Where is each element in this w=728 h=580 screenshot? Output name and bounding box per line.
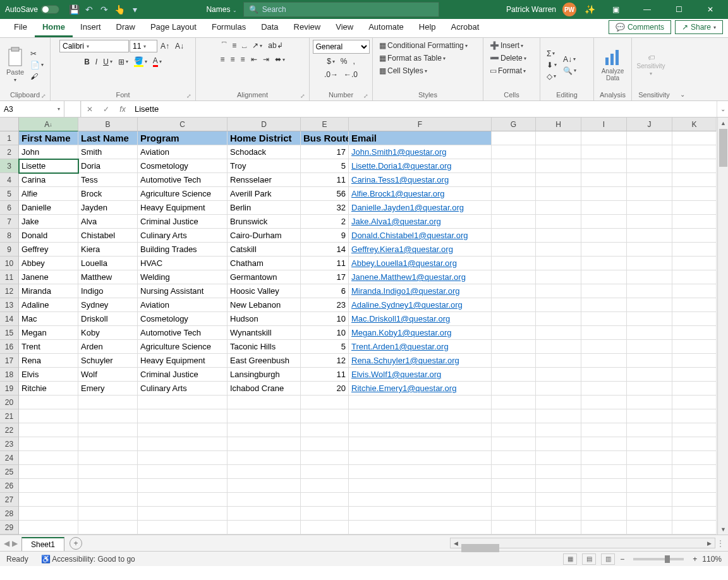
cell[interactable]: Chistabel — [78, 229, 138, 243]
vertical-scrollbar[interactable]: ▲ ▼ — [717, 118, 728, 535]
row-header[interactable]: 25 — [0, 465, 19, 479]
cell[interactable] — [581, 243, 627, 257]
cell[interactable] — [492, 243, 536, 257]
cell[interactable]: 12 — [301, 354, 349, 368]
cell[interactable] — [627, 326, 672, 340]
cell[interactable]: Mac — [19, 312, 78, 326]
row-header[interactable]: 1 — [0, 131, 19, 145]
cell[interactable]: Ritchie.Emery1@questar.org — [349, 382, 492, 396]
cell[interactable] — [581, 340, 627, 354]
row-header[interactable]: 5 — [0, 187, 19, 201]
cell[interactable] — [581, 201, 627, 215]
cell[interactable] — [301, 409, 349, 423]
cell[interactable] — [581, 270, 627, 284]
cell[interactable]: Janene.Matthew1@questar.org — [349, 270, 492, 284]
cell[interactable]: Ichabod Crane — [228, 382, 301, 396]
wrap-text-button[interactable]: ab↲ — [265, 40, 285, 51]
cell[interactable] — [138, 437, 228, 451]
cell[interactable]: Criminal Justice — [138, 215, 228, 229]
normal-view-icon[interactable]: ▦ — [563, 553, 577, 565]
cell[interactable] — [138, 479, 228, 493]
cut-button[interactable]: ✂ — [28, 48, 46, 59]
row-header[interactable]: 28 — [0, 507, 19, 521]
minimize-icon[interactable]: — — [634, 0, 660, 19]
cell[interactable] — [627, 451, 672, 465]
row-header[interactable]: 24 — [0, 451, 19, 465]
cell[interactable]: Lisette.Doria1@questar.org — [349, 159, 492, 173]
cell[interactable] — [536, 243, 581, 257]
cell[interactable] — [492, 187, 536, 201]
cell[interactable]: Miranda — [19, 284, 78, 298]
delete-cells-button[interactable]: ➖ Delete▾ — [487, 52, 529, 64]
cell[interactable]: 9 — [301, 229, 349, 243]
column-header[interactable]: I — [581, 118, 627, 131]
launcher-icon[interactable]: ⤢ — [363, 93, 368, 99]
header-cell[interactable]: Last Name — [78, 131, 138, 145]
cell[interactable] — [301, 479, 349, 493]
cell[interactable] — [349, 521, 492, 535]
cell[interactable]: Wynantskill — [228, 326, 301, 340]
tab-file[interactable]: File — [6, 18, 35, 37]
tab-page-layout[interactable]: Page Layout — [143, 18, 204, 37]
clear-button[interactable]: ◇▾ — [544, 71, 559, 82]
row-header[interactable]: 23 — [0, 437, 19, 451]
cell[interactable] — [672, 159, 717, 173]
increase-font-button[interactable]: A↑ — [158, 40, 172, 52]
cell[interactable] — [581, 354, 627, 368]
row-header[interactable]: 14 — [0, 312, 19, 326]
fill-button[interactable]: ⬇▾ — [544, 59, 559, 71]
cell[interactable]: Welding — [138, 270, 228, 284]
format-cells-button[interactable]: ▭ Format▾ — [487, 65, 528, 76]
cell[interactable] — [581, 173, 627, 187]
cell[interactable] — [536, 368, 581, 382]
cell[interactable] — [228, 409, 301, 423]
cell[interactable]: Adaline.Sydney1@questar.org — [349, 298, 492, 312]
cell[interactable] — [581, 465, 627, 479]
cell[interactable] — [492, 201, 536, 215]
scroll-thumb[interactable] — [461, 544, 499, 552]
cell[interactable]: Megan — [19, 326, 78, 340]
cell[interactable]: Heavy Equipment — [138, 354, 228, 368]
analyze-data-button[interactable]: Analyze Data — [598, 49, 628, 82]
header-cell[interactable]: Email — [349, 131, 492, 145]
cell[interactable] — [672, 201, 717, 215]
cell[interactable]: Brunswick — [228, 215, 301, 229]
column-header[interactable]: A↓ — [19, 118, 78, 131]
cell[interactable] — [78, 451, 138, 465]
cell[interactable] — [138, 465, 228, 479]
row-header[interactable]: 4 — [0, 173, 19, 187]
cell[interactable]: Germantown — [228, 270, 301, 284]
cell[interactable]: Taconic Hills — [228, 340, 301, 354]
sheet-nav-next-icon[interactable]: ▶ — [12, 539, 18, 548]
qat-more-icon[interactable]: ▾ — [128, 3, 142, 16]
cancel-icon[interactable]: ✕ — [82, 105, 98, 114]
row-header[interactable]: 6 — [0, 201, 19, 215]
cell[interactable] — [536, 187, 581, 201]
cell[interactable]: Sydney — [78, 298, 138, 312]
undo-icon[interactable]: ↶ — [82, 3, 96, 16]
cell[interactable] — [672, 437, 717, 451]
cell[interactable] — [536, 159, 581, 173]
font-name-combo[interactable]: Calibri▾ — [59, 40, 129, 52]
cell[interactable] — [536, 340, 581, 354]
cell[interactable] — [536, 465, 581, 479]
cell[interactable]: Chatham — [228, 257, 301, 270]
cell[interactable] — [536, 521, 581, 535]
cell[interactable] — [19, 521, 78, 535]
row-header[interactable]: 3 — [0, 159, 19, 173]
cell[interactable] — [78, 437, 138, 451]
cell[interactable] — [228, 493, 301, 507]
cell[interactable] — [228, 465, 301, 479]
cell[interactable] — [78, 465, 138, 479]
row-header[interactable]: 15 — [0, 326, 19, 340]
cell[interactable] — [672, 451, 717, 465]
font-size-combo[interactable]: 11▾ — [130, 40, 157, 52]
conditional-formatting-button[interactable]: ▦ Conditional Formatting▾ — [377, 40, 470, 51]
touch-mode-icon[interactable]: 👆 — [112, 3, 126, 16]
cell[interactable]: Danielle.Jayden1@questar.org — [349, 201, 492, 215]
scroll-up-icon[interactable]: ▲ — [718, 118, 728, 128]
accounting-button[interactable]: $▾ — [324, 56, 337, 67]
cell[interactable]: Automotive Tech — [138, 326, 228, 340]
fill-color-button[interactable]: 🪣▾ — [131, 55, 150, 68]
launcher-icon[interactable]: ⤢ — [300, 93, 305, 99]
